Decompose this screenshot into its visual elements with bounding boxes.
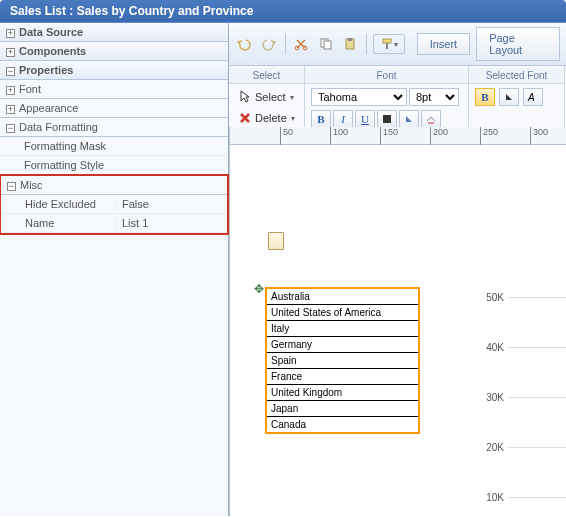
divider <box>366 34 367 54</box>
underline-button[interactable]: U <box>355 110 375 128</box>
properties-panel: +Data Source +Components −Properties +Fo… <box>0 23 229 516</box>
font-size-select[interactable]: 8pt <box>409 88 459 106</box>
list-item[interactable]: United States of America <box>267 305 418 321</box>
delete-icon <box>239 112 251 124</box>
prop-hide-excluded[interactable]: Hide Excluded False <box>1 195 227 214</box>
paste-button[interactable] <box>341 34 360 54</box>
select-button[interactable]: Select▾ <box>235 88 298 106</box>
cut-button[interactable] <box>291 34 310 54</box>
font-color-button[interactable] <box>377 110 397 128</box>
fill-color-button[interactable] <box>399 110 419 128</box>
prop-name[interactable]: Name List 1 <box>1 214 227 233</box>
horizontal-ruler: 50 100 150 200 250 300 <box>230 127 566 145</box>
bold-button[interactable]: B <box>311 110 331 128</box>
ribbon-group-label: Font <box>305 68 468 84</box>
italic-button[interactable]: I <box>333 110 353 128</box>
section-appearance[interactable]: +Appearance <box>0 99 228 118</box>
tab-insert[interactable]: Insert <box>417 33 471 55</box>
design-canvas[interactable]: 50 100 150 200 250 300 ✥ Australia Unite… <box>229 127 566 516</box>
list-item[interactable]: Canada <box>267 417 418 432</box>
prop-value[interactable]: List 1 <box>115 217 221 229</box>
move-handle-icon[interactable]: ✥ <box>254 282 267 295</box>
section-components[interactable]: +Components <box>0 42 228 61</box>
section-properties[interactable]: −Properties <box>0 61 228 80</box>
ribbon-group-label: Select <box>229 68 304 84</box>
ribbon-group-select: Select Select▾ Delete▾ <box>229 66 305 134</box>
list-item[interactable]: Australia <box>267 289 418 305</box>
section-data-formatting[interactable]: −Data Formatting <box>0 118 228 137</box>
font-name-select[interactable]: Tahoma <box>311 88 407 106</box>
section-data-source[interactable]: +Data Source <box>0 23 228 42</box>
divider <box>285 34 286 54</box>
ribbon: Select Select▾ Delete▾ Font Tahoma <box>229 66 566 135</box>
list-item[interactable]: Italy <box>267 321 418 337</box>
list-item[interactable]: United Kingdom <box>267 385 418 401</box>
window-title: Sales List : Sales by Country and Provin… <box>0 0 566 23</box>
prop-key: Name <box>25 217 115 229</box>
ribbon-group-selected-font: Selected Font B A <box>469 66 565 134</box>
svg-rect-7 <box>383 115 391 123</box>
tab-page-layout[interactable]: Page Layout <box>476 27 560 61</box>
ribbon-group-label: Selected Font <box>469 68 564 84</box>
prop-key: Hide Excluded <box>25 198 115 210</box>
editor-area: ▾ Insert Page Layout Select Select▾ Dele… <box>229 23 566 516</box>
clear-format-button[interactable] <box>421 110 441 128</box>
redo-button[interactable] <box>260 34 279 54</box>
country-list[interactable]: ✥ Australia United States of America Ita… <box>265 287 420 434</box>
copy-button[interactable] <box>316 34 335 54</box>
svg-rect-3 <box>324 41 331 49</box>
selected-bold-button[interactable]: B <box>475 88 495 106</box>
sheet-icon[interactable] <box>268 232 284 250</box>
section-font[interactable]: +Font <box>0 80 228 99</box>
delete-button[interactable]: Delete▾ <box>235 110 299 126</box>
prop-formatting-mask[interactable]: Formatting Mask <box>0 137 228 156</box>
prop-formatting-style[interactable]: Formatting Style <box>0 156 228 175</box>
svg-text:A: A <box>527 92 535 103</box>
prop-value[interactable]: False <box>115 198 221 210</box>
list-item[interactable]: Spain <box>267 353 418 369</box>
undo-button[interactable] <box>235 34 254 54</box>
list-item[interactable]: France <box>267 369 418 385</box>
selected-font-color-button[interactable] <box>499 88 519 106</box>
list-item[interactable]: Germany <box>267 337 418 353</box>
selected-style-button[interactable]: A <box>523 88 543 106</box>
svg-rect-5 <box>348 38 352 41</box>
svg-rect-6 <box>383 39 391 43</box>
misc-highlight: −Misc Hide Excluded False Name List 1 <box>0 174 229 235</box>
ribbon-group-font: Font Tahoma 8pt B I U <box>305 66 469 134</box>
chart-y-axis: 50K 40K 30K 20K 10K <box>466 297 566 516</box>
cursor-icon <box>239 90 251 104</box>
quick-toolbar: ▾ Insert Page Layout <box>229 23 566 66</box>
list-item[interactable]: Japan <box>267 401 418 417</box>
format-painter-button[interactable]: ▾ <box>373 34 405 54</box>
section-misc[interactable]: −Misc <box>1 176 227 195</box>
